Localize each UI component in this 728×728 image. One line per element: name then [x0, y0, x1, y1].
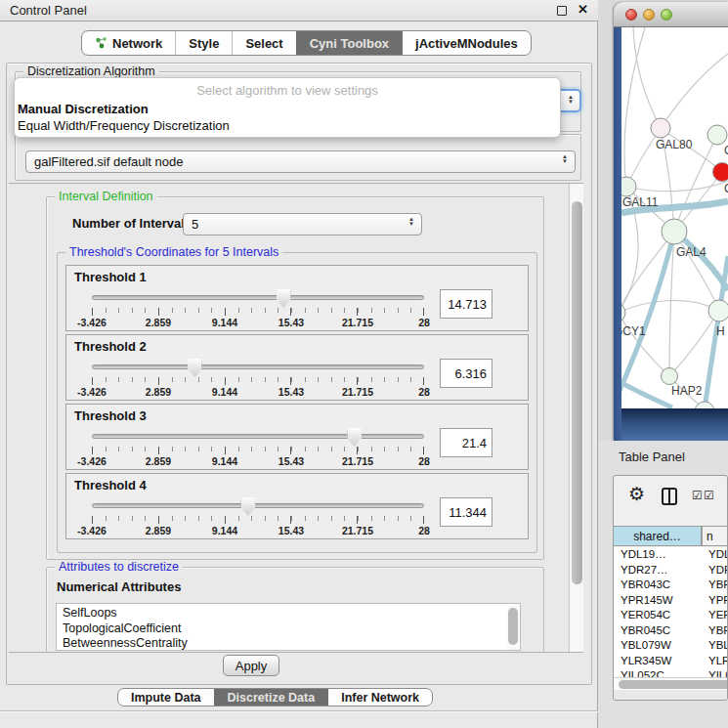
threshold-label: Threshold 3	[74, 408, 520, 423]
control-panel-window: Control Panel ✕ Network Style Select Cyn…	[0, 0, 598, 728]
network-node[interactable]	[695, 402, 714, 408]
select-all-checkbox-icon[interactable]: ☑	[692, 489, 703, 502]
threshold-slider[interactable]: -3.4262.8599.14415.4321.71528	[74, 286, 432, 327]
node-label: HAP2	[671, 384, 703, 398]
network-node-gal4[interactable]	[662, 219, 687, 244]
slider-track[interactable]	[92, 434, 424, 439]
gear-icon[interactable]: ⚙	[628, 483, 645, 505]
network-canvas[interactable]: GAL80GACGAL11GAL4GCY1HHAP2	[621, 27, 728, 408]
network-edge[interactable]	[633, 27, 661, 128]
network-node-hap2[interactable]	[662, 368, 678, 385]
slider-ticks: -3.4262.8599.14415.4321.71528	[92, 516, 424, 535]
column-header-name[interactable]: n	[703, 527, 728, 545]
tab-style[interactable]: Style	[175, 31, 232, 55]
tab-network[interactable]: Network	[82, 31, 175, 55]
network-node-ga[interactable]	[707, 125, 727, 145]
table-body: YDL19… YDL1YDR27… YDR2YBR043C YBR0YPR145…	[614, 547, 728, 684]
tick-label: 9.144	[212, 386, 237, 398]
close-traffic-light-icon[interactable]	[625, 9, 637, 21]
attribute-item[interactable]: SelfLoops	[63, 606, 520, 621]
minimize-traffic-light-icon[interactable]	[643, 9, 655, 21]
table-row[interactable]: YBR045C YBR0	[614, 623, 728, 639]
network-edge-highlighted[interactable]	[621, 232, 674, 391]
tick-label: 21.715	[342, 386, 373, 398]
network-edge[interactable]	[626, 181, 728, 192]
tab-label: Style	[189, 36, 219, 51]
slider-handle[interactable]	[188, 359, 202, 377]
threshold-value-input[interactable]: 6.316	[440, 359, 492, 388]
table-row[interactable]: YBR043C YBR0	[614, 578, 728, 593]
tick-label: 21.715	[342, 455, 373, 467]
scrollbar-thumb[interactable]	[619, 680, 728, 689]
column-layout-icon[interactable]	[662, 488, 677, 505]
dropdown-option-equal-width[interactable]: Equal Width/Frequency Discretization	[15, 117, 560, 134]
table-panel-region: Table Panel ⚙ ☑ ☑ shared… n YDL19… YDL1Y…	[598, 441, 728, 728]
threshold-label: Threshold 4	[74, 478, 520, 492]
tick-label: 15.43	[278, 386, 304, 398]
group-title: Attributes to discretize	[55, 560, 183, 574]
table-data-group: Table Data galFiltered.sif default node …	[15, 134, 581, 181]
main-tab-bar: Network Style Select Cyni Toolbox jActiv…	[81, 30, 532, 56]
slider-track[interactable]	[92, 503, 424, 508]
close-icon[interactable]: ✕	[578, 2, 588, 17]
tab-cyni-toolbox[interactable]: Cyni Toolbox	[296, 31, 402, 55]
network-edge-highlighted[interactable]	[621, 383, 672, 407]
number-of-intervals-combobox[interactable]: 5 ▲▼	[183, 213, 422, 236]
tab-label: Discretize Data	[228, 691, 316, 705]
table-row[interactable]: YBL079W YBL0	[614, 638, 728, 654]
node-label: GCY1	[621, 324, 646, 338]
attribute-item[interactable]: TopologicalCoefficient	[63, 621, 520, 637]
scrollbar-thumb[interactable]	[508, 608, 518, 645]
table-data-combobox[interactable]: galFiltered.sif default node ▲▼	[25, 150, 576, 173]
threshold-coordinates-group: Threshold's Coordinates for 5 Intervals …	[57, 252, 537, 553]
network-node-c[interactable]	[713, 163, 728, 182]
horizontal-scrollbar[interactable]	[614, 677, 728, 690]
node-label: GAL80	[656, 138, 693, 151]
network-edge[interactable]	[624, 27, 645, 187]
table-row[interactable]: YLR345W YLR3	[614, 654, 728, 669]
select-none-checkbox-icon[interactable]: ☑	[704, 489, 714, 502]
slider-handle[interactable]	[347, 428, 362, 447]
panel-scrollbar[interactable]	[569, 184, 583, 652]
threshold-value-input[interactable]: 11.344	[440, 497, 492, 527]
threshold-value-input[interactable]: 14.713	[440, 289, 492, 319]
tab-impute-data[interactable]: Impute Data	[118, 689, 214, 706]
float-window-icon[interactable]	[557, 6, 567, 16]
numerical-attributes-list[interactable]: SelfLoopsTopologicalCoefficientBetweenne…	[56, 603, 521, 651]
network-node-gcy1[interactable]	[621, 303, 625, 322]
table-row[interactable]: YDR27… YDR2	[614, 563, 728, 578]
tab-select[interactable]: Select	[232, 31, 295, 55]
slider-track[interactable]	[92, 295, 424, 300]
dropdown-option-manual[interactable]: Manual Discretization	[15, 101, 560, 117]
slider-handle[interactable]	[277, 289, 291, 308]
scrollbar-thumb[interactable]	[572, 201, 582, 584]
apply-button[interactable]: Apply	[223, 655, 279, 676]
cell-name: YBL0	[703, 638, 728, 654]
tick-label: 28	[418, 317, 430, 328]
table-row[interactable]: YPR145W YPR1	[614, 593, 728, 609]
tab-jactivemnodules[interactable]: jActiveMNodules	[402, 31, 531, 55]
network-node-gal11[interactable]	[621, 177, 636, 196]
network-edge[interactable]	[661, 54, 728, 128]
tab-infer-network[interactable]: Infer Network	[327, 689, 432, 706]
tab-discretize-data[interactable]: Discretize Data	[214, 689, 328, 706]
threshold-block: Threshold 4 -3.4262.8599.14415.4321.7152…	[65, 473, 529, 539]
table-row[interactable]: YER054C YER0	[614, 608, 728, 623]
list-scrollbar[interactable]	[507, 606, 519, 650]
zoom-traffic-light-icon[interactable]	[661, 9, 672, 21]
tick-label: 15.43	[278, 525, 304, 536]
table-row[interactable]: YDL19… YDL1	[614, 547, 728, 563]
threshold-slider[interactable]: -3.4262.8599.14415.4321.71528	[74, 425, 432, 466]
slider-track[interactable]	[92, 364, 424, 369]
tick-label: 28	[418, 525, 430, 536]
threshold-value-input[interactable]: 21.4	[440, 428, 492, 457]
attribute-item[interactable]: BetweennessCentrality	[63, 636, 520, 651]
tab-label: jActiveMNodules	[415, 36, 518, 51]
threshold-slider[interactable]: -3.4262.8599.14415.4321.71528	[74, 494, 432, 535]
column-header-shared-name[interactable]: shared…	[614, 527, 703, 545]
slider-handle[interactable]	[240, 497, 255, 516]
tick-label: 2.859	[146, 455, 171, 467]
network-node-gal80[interactable]	[651, 118, 670, 138]
network-node-h[interactable]	[708, 300, 728, 321]
threshold-slider[interactable]: -3.4262.8599.14415.4321.71528	[74, 356, 432, 397]
